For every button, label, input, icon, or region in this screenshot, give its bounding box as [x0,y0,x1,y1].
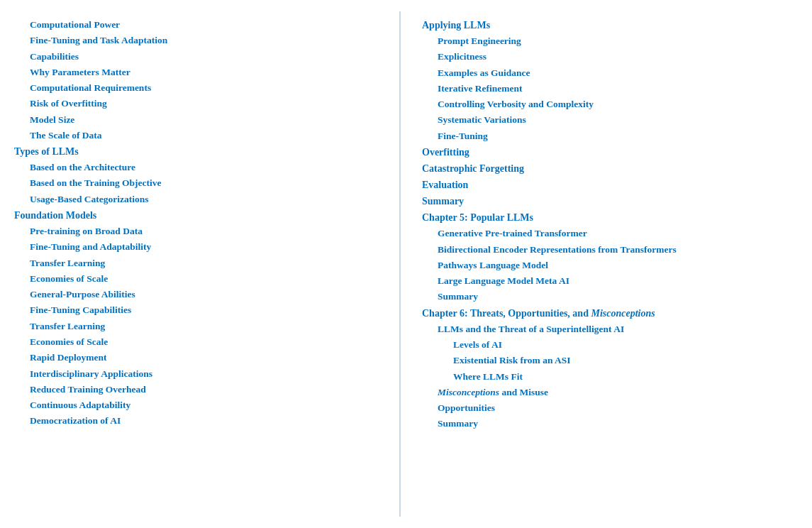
toc-item[interactable]: Chapter 6: Threats, Opportunities, and M… [422,305,798,321]
toc-item[interactable]: Prompt Engineering [438,33,798,49]
toc-item[interactable]: Levels of AI [453,337,798,353]
toc-item[interactable]: Pre-training on Broad Data [30,224,385,239]
toc-item[interactable]: Examples as Guidance [438,65,798,81]
right-column: Applying LLMsPrompt EngineeringExplicitn… [401,11,812,517]
toc-item[interactable]: Democratization of AI [30,413,385,429]
left-toc: Computational PowerFine-Tuning and Task … [14,17,385,429]
toc-item[interactable]: The Scale of Data [30,128,385,143]
toc-item[interactable]: Summary [438,289,798,304]
toc-item[interactable]: Model Size [30,112,385,128]
toc-item[interactable]: Overfitting [422,144,798,160]
toc-item[interactable]: Economies of Scale [30,334,385,350]
toc-item[interactable]: Applying LLMs [422,17,798,33]
toc-item[interactable]: Fine-Tuning and Task Adaptation [30,33,385,48]
toc-item[interactable]: Summary [422,193,798,209]
toc-item[interactable]: Generative Pre-trained Transformer [438,226,798,241]
toc-item[interactable]: LLMs and the Threat of a Superintelligen… [438,321,798,337]
toc-item[interactable]: Opportunities [438,400,798,416]
toc-item[interactable]: Usage-Based Categorizations [30,192,385,207]
toc-item[interactable]: General-Purpose Abilities [30,287,385,302]
toc-item[interactable]: Iterative Refinement [438,81,798,97]
page-container: Computational PowerFine-Tuning and Task … [0,0,812,528]
toc-item[interactable]: Based on the Architecture [30,160,385,175]
toc-item[interactable]: Computational Requirements [30,80,385,96]
toc-item[interactable]: Evaluation [422,177,798,193]
toc-item[interactable]: Where LLMs Fit [453,369,798,385]
toc-item[interactable]: Computational Power [30,17,385,33]
toc-item[interactable]: Controlling Verbosity and Complexity [438,97,798,112]
toc-item[interactable]: Chapter 5: Popular LLMs [422,209,798,226]
toc-item[interactable]: Types of LLMs [14,143,385,160]
toc-item[interactable]: Existential Risk from an ASI [453,353,798,368]
toc-item[interactable]: Fine-Tuning Capabilities [30,302,385,318]
toc-item[interactable]: Summary [438,416,798,431]
toc-item[interactable]: Risk of Overfitting [30,96,385,111]
toc-item[interactable]: Pathways Language Model [438,258,798,273]
left-column: Computational PowerFine-Tuning and Task … [0,11,401,517]
toc-item[interactable]: Explicitness [438,49,798,65]
toc-item[interactable]: Fine-Tuning [438,128,798,144]
toc-item[interactable]: Based on the Training Objective [30,175,385,191]
toc-item[interactable]: Systematic Variations [438,112,798,128]
toc-item[interactable]: Catastrophic Forgetting [422,160,798,177]
toc-item[interactable]: Bidirectional Encoder Representations fr… [438,242,798,258]
toc-item[interactable]: Continuous Adaptability [30,397,385,413]
toc-item[interactable]: Transfer Learning [30,255,385,271]
toc-item[interactable]: Transfer Learning [30,319,385,334]
toc-item[interactable]: Interdisciplinary Applications [30,366,385,382]
toc-item[interactable]: Economies of Scale [30,271,385,287]
toc-item[interactable]: Fine-Tuning and Adaptability [30,239,385,255]
toc-item[interactable]: Capabilities [30,49,385,65]
toc-item[interactable]: Misconceptions and Misuse [438,385,798,400]
toc-item[interactable]: Large Language Model Meta AI [438,273,798,289]
toc-item[interactable]: Foundation Models [14,207,385,224]
right-toc: Applying LLMsPrompt EngineeringExplicitn… [422,17,798,432]
toc-item[interactable]: Rapid Deployment [30,350,385,365]
toc-item[interactable]: Why Parameters Matter [30,65,385,80]
toc-item[interactable]: Reduced Training Overhead [30,382,385,397]
